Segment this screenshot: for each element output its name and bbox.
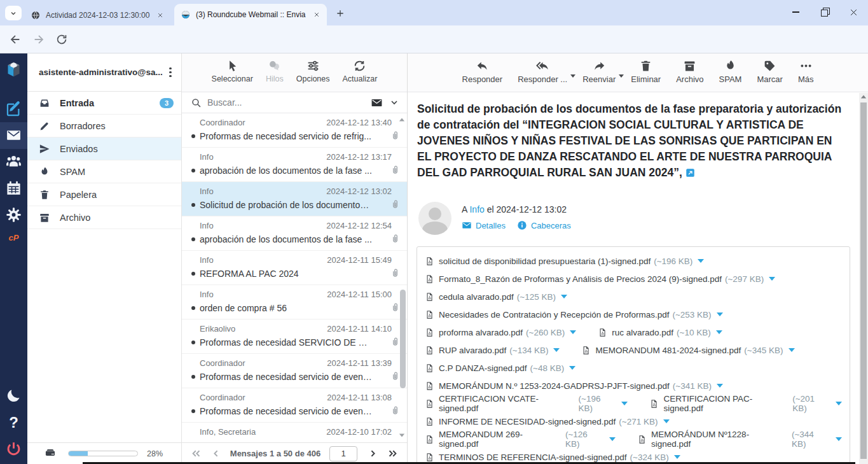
folder-options-icon[interactable]	[166, 67, 175, 78]
attachment-menu-caret[interactable]	[698, 259, 704, 263]
attachment[interactable]: cedula alvarado.pdf(~125 KB)	[425, 292, 567, 302]
new-tab-button[interactable]	[332, 5, 348, 22]
attachment-menu-caret[interactable]	[717, 384, 723, 388]
back-button[interactable]	[8, 32, 22, 46]
forward-button[interactable]: Reenviar	[582, 59, 616, 84]
list-scrollbar-thumb[interactable]	[400, 290, 406, 388]
list-item[interactable]: Coordinador2024-12-12 13:40 Proformas de…	[182, 113, 407, 148]
select-button[interactable]: Seleccionar	[212, 59, 253, 83]
attachment[interactable]: RUP alvarado.pdf(~134 KB)	[425, 345, 560, 356]
list-scroll-up-icon[interactable]	[399, 117, 405, 122]
attachment[interactable]: ruc alvarado.pdf(~10 KB)	[598, 327, 722, 338]
sidebar-item-archivo[interactable]: Archivo	[27, 206, 181, 229]
search-input[interactable]	[207, 97, 371, 108]
attachment[interactable]: Formato_8_Razón de Proformas y Análisis …	[425, 274, 775, 285]
search-options-chevron-icon[interactable]	[389, 97, 399, 108]
list-item[interactable]: Info2024-12-12 12:54 aprobación de los d…	[182, 216, 407, 251]
prev-page-icon[interactable]	[210, 448, 221, 459]
sidebar-item-enviados[interactable]: Enviados	[27, 137, 181, 160]
sidebar-item-spam[interactable]: SPAM	[27, 160, 181, 183]
sidebar-item-papelera[interactable]: Papelera	[27, 183, 181, 206]
contacts-icon[interactable]	[5, 153, 22, 170]
reader-scroll-up-icon[interactable]	[860, 94, 867, 99]
attachment[interactable]: MEMORÁNDUM N.º 1253-2024-GADPRSJ-PJFT-si…	[425, 381, 723, 391]
list-item[interactable]: Coordinador2024-12-11 13:39 Proformas de…	[182, 354, 407, 388]
list-scroll-down-icon[interactable]	[399, 433, 405, 438]
threads-button[interactable]: Hilos	[266, 59, 284, 83]
attachment-menu-caret[interactable]	[561, 295, 567, 299]
attachment-menu-caret[interactable]	[609, 437, 616, 441]
reply-button[interactable]: Responder	[462, 59, 503, 84]
attachment[interactable]: CERTIFICACION PAC-signed.pdf(~201 KB)	[649, 394, 842, 413]
first-page-icon[interactable]	[191, 448, 202, 459]
archive-button[interactable]: Archivo	[676, 59, 703, 84]
sidebar-item-borradores[interactable]: Borradores	[27, 115, 181, 137]
roundcube-logo-icon[interactable]	[5, 61, 22, 78]
attachment-menu-caret[interactable]	[569, 366, 575, 370]
attachment-menu-caret[interactable]	[663, 419, 670, 423]
attachment-menu-caret[interactable]	[789, 348, 795, 352]
list-item[interactable]: Info2024-12-11 15:49 REFORMA AL PAC 2024	[182, 251, 407, 285]
list-item[interactable]: Info2024-12-12 13:17 aprobación de los d…	[182, 148, 407, 182]
tab-roundcube[interactable]: (3) Roundcube Webmail :: Envia	[174, 4, 327, 25]
help-icon[interactable]: ?	[5, 414, 22, 431]
calendar-icon[interactable]	[5, 179, 22, 197]
attachment[interactable]: TERMINOS DE REFERENCIA-signed-signed.pdf…	[425, 452, 680, 463]
details-toggle[interactable]: Detalles	[462, 220, 506, 230]
mark-button[interactable]: Marcar	[757, 59, 782, 84]
attachment[interactable]: INFORME DE NECESIDAD-signed-signed.pdf(~…	[425, 416, 670, 427]
next-page-icon[interactable]	[368, 448, 378, 459]
window-close-button[interactable]	[839, 0, 868, 24]
attachment[interactable]: MEMORANDUM 269-signed.pdf(~126 KB)	[425, 430, 616, 449]
forward-menu-caret[interactable]	[619, 74, 624, 78]
attachment[interactable]: solicitud de disponibilidad presupuestar…	[425, 256, 704, 267]
logout-power-icon[interactable]	[5, 440, 22, 458]
window-minimize-button[interactable]	[781, 0, 810, 24]
attachment[interactable]: proforma alvarado.pdf(~260 KB)	[425, 327, 576, 338]
reply-all-menu-caret[interactable]	[570, 74, 575, 78]
list-item[interactable]: Erikaolivo2024-12-11 14:10 Proformas de …	[182, 320, 407, 354]
attachment-menu-caret[interactable]	[716, 330, 722, 334]
reply-all-button[interactable]: Responder ...	[518, 59, 567, 84]
spam-button[interactable]: SPAM	[719, 59, 742, 84]
tab-search-button[interactable]	[5, 6, 22, 20]
forward-button[interactable]	[32, 32, 46, 46]
mail-nav-active[interactable]	[0, 122, 27, 149]
tab-actividad[interactable]: Actividad 2024-12-03 12:30:00	[24, 4, 170, 25]
attachment[interactable]: Necesidades de Contratación y Recepción …	[425, 309, 723, 320]
more-button[interactable]: Más	[798, 59, 814, 84]
refresh-button[interactable]: Actualizar	[343, 59, 378, 83]
tab-close-icon[interactable]	[155, 10, 165, 20]
attachment[interactable]: MEMORANDUM 481-2024-signed.pdf(~345 KB)	[581, 345, 794, 356]
search-scope-mail-icon[interactable]	[371, 97, 383, 109]
headers-toggle[interactable]: Cabeceras	[517, 220, 571, 230]
attachment-menu-caret[interactable]	[836, 402, 842, 405]
attachment[interactable]: MEMORÁNDUM Nº1228-signed.pdf(~344 KB)	[637, 430, 842, 449]
list-item-selected[interactable]: Info2024-12-12 13:02 Solicitud de probac…	[182, 182, 407, 216]
list-item[interactable]: Coordinador2024-12-11 13:08 Proformas de…	[182, 388, 407, 423]
recipient-link[interactable]: Info	[469, 204, 484, 214]
window-restore-button[interactable]	[810, 0, 839, 24]
compose-icon[interactable]	[5, 101, 22, 118]
last-page-icon[interactable]	[387, 448, 398, 459]
tab-close-icon[interactable]	[312, 10, 322, 20]
dark-mode-moon-icon[interactable]	[5, 387, 22, 404]
attachment-menu-caret[interactable]	[769, 277, 775, 281]
settings-gear-icon[interactable]	[5, 206, 22, 223]
reader-scrollbar[interactable]	[859, 93, 868, 464]
reload-button[interactable]	[55, 32, 69, 46]
attachment-menu-caret[interactable]	[570, 330, 576, 334]
reader-scrollbar-thumb[interactable]	[860, 102, 867, 459]
attachment-menu-caret[interactable]	[674, 455, 680, 459]
sidebar-item-entrada[interactable]: Entrada 3	[27, 92, 181, 115]
options-button[interactable]: Opciones	[296, 59, 330, 83]
attachment-menu-caret[interactable]	[553, 348, 560, 352]
delete-button[interactable]: Eliminar	[631, 59, 661, 84]
list-item[interactable]: Info, Secretaria2024-12-10 17:02	[182, 423, 407, 442]
attachment-menu-caret[interactable]	[621, 402, 628, 405]
attachment[interactable]: CERTIFICACION VCATE-signed.pdf(~196 KB)	[425, 394, 628, 413]
attachment-menu-caret[interactable]	[836, 437, 842, 441]
page-number-input[interactable]	[329, 446, 357, 461]
list-item[interactable]: Info2024-12-11 15:00 orden de compra # 5…	[182, 285, 407, 320]
attachment-menu-caret[interactable]	[717, 313, 723, 316]
